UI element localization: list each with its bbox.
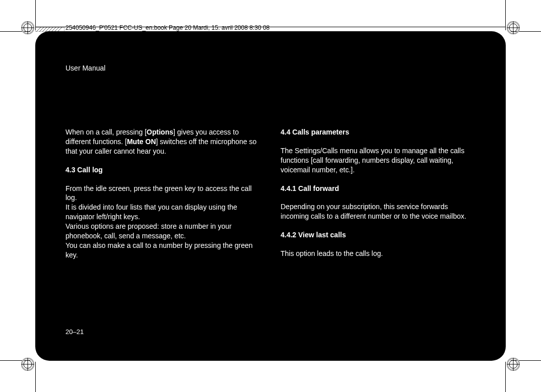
paragraph: When on a call, pressing [Options] gives… bbox=[65, 127, 260, 156]
registration-mark-icon bbox=[507, 358, 520, 371]
registration-mark-icon bbox=[507, 21, 520, 34]
column-right: 4.4 Calls parameters The Settings/Calls … bbox=[281, 127, 476, 260]
page-number: 20–21 bbox=[65, 328, 84, 336]
section-heading-4-4-2: 4.4.2 View last calls bbox=[281, 230, 476, 240]
crop-mark bbox=[505, 0, 506, 30]
paragraph: From the idle screen, press the green ke… bbox=[65, 184, 260, 203]
paragraph: Various options are proposed: store a nu… bbox=[65, 222, 260, 241]
paragraph: You can also make a call to a number by … bbox=[65, 241, 260, 260]
svg-rect-16 bbox=[35, 27, 64, 32]
text-run: When on a call, pressing [ bbox=[65, 128, 147, 136]
paragraph: Depending on your subscription, this ser… bbox=[281, 202, 476, 221]
section-heading-4-3: 4.3 Call log bbox=[65, 165, 260, 175]
registration-mark-icon bbox=[21, 358, 34, 371]
text-bold: Mute ON bbox=[127, 138, 156, 146]
section-heading-4-4: 4.4 Calls parameters bbox=[281, 127, 476, 137]
text-bold: Options bbox=[147, 128, 173, 136]
document-page: User Manual When on a call, pressing [Op… bbox=[35, 31, 506, 361]
page-title: User Manual bbox=[65, 64, 476, 72]
document-header-meta: 254050946_P'0521 FCC-US_en.book Page 20 … bbox=[65, 24, 269, 31]
section-heading-4-4-1: 4.4.1 Call forward bbox=[281, 184, 476, 193]
crop-mark bbox=[35, 362, 36, 392]
column-left: When on a call, pressing [Options] gives… bbox=[65, 127, 260, 260]
registration-mark-icon bbox=[21, 21, 34, 34]
paragraph: The Settings/Calls menu allows you to ma… bbox=[281, 146, 476, 175]
crop-mark bbox=[505, 362, 506, 392]
header-hatch-icon bbox=[35, 25, 64, 29]
paragraph: This option leads to the calls log. bbox=[281, 249, 476, 258]
paragraph: It is divided into four lists that you c… bbox=[65, 203, 260, 222]
content-columns: When on a call, pressing [Options] gives… bbox=[65, 127, 476, 260]
